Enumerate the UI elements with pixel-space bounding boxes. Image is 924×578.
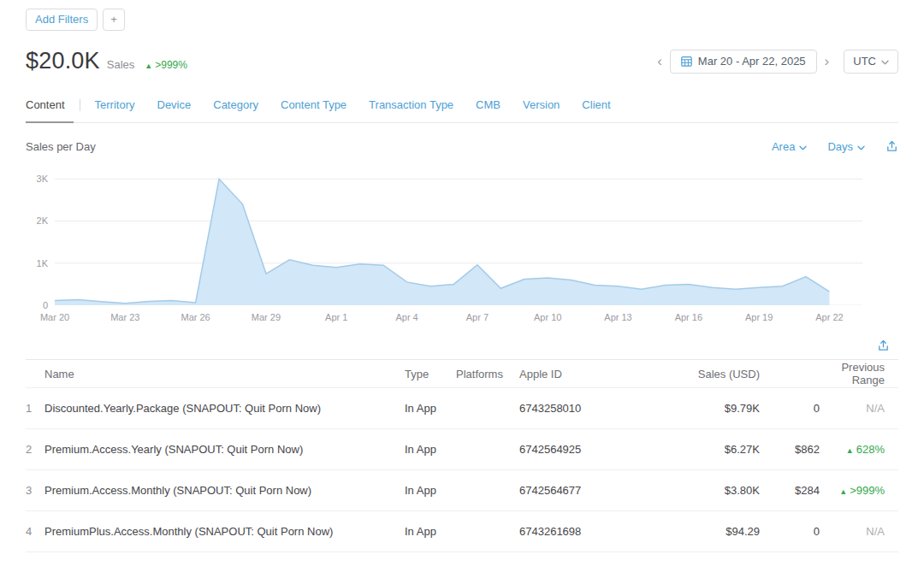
tab-category[interactable]: Category <box>213 98 258 111</box>
chart-interval-label: Days <box>827 140 853 153</box>
sales-change-value: >999% <box>155 59 187 71</box>
row-apple-id: 6742564925 <box>519 443 656 456</box>
header-type: Type <box>405 368 456 380</box>
header-name: Name <box>44 368 405 380</box>
x-axis-label: Apr 10 <box>534 312 561 322</box>
tabs-divider-line <box>26 122 898 123</box>
y-axis-label: 0 <box>43 300 48 310</box>
row-index: 2 <box>26 443 44 456</box>
chart-type-label: Area <box>772 140 795 153</box>
row-type: In App <box>405 484 456 497</box>
y-axis-label: 2K <box>37 215 48 226</box>
row-type: In App <box>405 402 456 415</box>
report-tabs: Content Territory Device Category Conten… <box>26 98 898 111</box>
row-name: Discounted.Yearly.Package (SNAPOUT: Quit… <box>44 402 405 415</box>
row-previous-range: ▲>999% <box>820 484 898 497</box>
previous-period-button[interactable]: ‹ <box>655 54 664 68</box>
row-sales: $9.79K <box>656 402 760 415</box>
summary-row: $20.0K Sales ▲ >999% ‹ Mar 20 - Apr 22, … <box>26 48 898 74</box>
add-filters-button[interactable]: Add Filters <box>26 9 98 31</box>
row-change-value: N/A <box>866 402 885 415</box>
row-change-value: 628% <box>856 443 885 456</box>
tab-client[interactable]: Client <box>582 98 610 111</box>
header-platforms: Platforms <box>456 368 519 380</box>
table-row[interactable]: 2 Premium.Access.Yearly (SNAPOUT: Quit P… <box>26 429 898 470</box>
header-sales: Sales (USD) <box>656 368 760 380</box>
active-tab-underline <box>26 121 74 123</box>
row-change-value: >999% <box>850 484 885 497</box>
tab-version[interactable]: Version <box>523 98 560 111</box>
total-sales-label: Sales <box>107 58 135 71</box>
x-axis-label: Apr 7 <box>466 312 489 322</box>
row-name: PremiumPlus.Access.Monthly (SNAPOUT: Qui… <box>44 525 405 538</box>
x-axis-label: Mar 29 <box>252 312 281 322</box>
sales-table: Name Type Platforms Apple ID Sales (USD)… <box>26 359 898 552</box>
x-axis-label: Mar 20 <box>40 312 69 322</box>
chart-header: Sales per Day Area Days <box>26 140 898 153</box>
sales-change-badge: ▲ >999% <box>145 59 187 71</box>
row-apple-id: 6743261698 <box>519 525 656 538</box>
chart-type-dropdown[interactable]: Area <box>772 140 807 153</box>
date-range-button[interactable]: Mar 20 - Apr 22, 2025 <box>670 50 817 74</box>
date-controls: ‹ Mar 20 - Apr 22, 2025 › UTC <box>655 50 898 74</box>
total-sales-value: $20.0K <box>26 48 100 74</box>
add-filter-plus-button[interactable]: + <box>103 9 125 31</box>
date-range-label: Mar 20 - Apr 22, 2025 <box>698 55 806 68</box>
filters-bar: Add Filters + <box>26 9 898 31</box>
chart-plot-area: Mar 20 Mar 23 Mar 26 Mar 29 Apr 1 Apr 4 … <box>55 168 862 331</box>
table-export-icon[interactable] <box>877 339 890 352</box>
x-axis-label: Apr 19 <box>745 312 773 322</box>
row-type: In App <box>405 525 456 538</box>
timezone-label: UTC <box>853 55 876 68</box>
row-previous: $284 <box>760 484 820 497</box>
tab-divider <box>80 99 80 111</box>
x-axis-label: Apr 1 <box>325 312 347 322</box>
sales-summary: $20.0K Sales ▲ >999% <box>26 48 187 74</box>
row-name: Premium.Access.Monthly (SNAPOUT: Quit Po… <box>44 484 405 497</box>
sales-dashboard: Add Filters + $20.0K Sales ▲ >999% ‹ <box>0 0 924 552</box>
row-sales: $3.80K <box>656 484 760 497</box>
chart-export-icon[interactable] <box>886 140 898 153</box>
row-change-value: N/A <box>866 525 885 538</box>
row-previous-range: ▲628% <box>820 443 898 456</box>
table-header-row: Name Type Platforms Apple ID Sales (USD)… <box>26 359 898 388</box>
y-axis-label: 1K <box>37 258 48 268</box>
tab-content-type[interactable]: Content Type <box>281 98 346 111</box>
x-axis-label: Apr 13 <box>604 312 631 322</box>
table-row[interactable]: 4 PremiumPlus.Access.Monthly (SNAPOUT: Q… <box>26 511 898 552</box>
tab-content[interactable]: Content <box>26 98 65 111</box>
x-axis-label: Apr 22 <box>815 312 843 322</box>
chart-x-axis: Mar 20 Mar 23 Mar 26 Mar 29 Apr 1 Apr 4 … <box>55 312 862 331</box>
row-index: 3 <box>26 484 44 497</box>
tab-cmb[interactable]: CMB <box>476 98 500 111</box>
tab-device[interactable]: Device <box>157 98 192 111</box>
row-apple-id: 6743258010 <box>519 402 656 415</box>
row-previous: $862 <box>760 443 820 456</box>
row-index: 4 <box>26 525 44 538</box>
chart-title: Sales per Day <box>26 140 96 153</box>
row-index: 1 <box>26 402 44 415</box>
chevron-down-icon <box>799 140 807 153</box>
chevron-down-icon <box>857 140 865 153</box>
header-apple-id: Apple ID <box>519 368 656 380</box>
sales-chart: 3K 2K 1K 0 Mar 20 Mar 23 Mar 26 Mar 29 A… <box>26 168 898 331</box>
next-period-button[interactable]: › <box>823 54 832 68</box>
row-sales: $94.29 <box>656 525 760 538</box>
table-row[interactable]: 1 Discounted.Yearly.Package (SNAPOUT: Qu… <box>26 388 898 429</box>
timezone-button[interactable]: UTC <box>844 50 898 74</box>
tab-transaction-type[interactable]: Transaction Type <box>369 98 453 111</box>
row-name: Premium.Access.Yearly (SNAPOUT: Quit Por… <box>44 443 405 456</box>
row-apple-id: 6742564677 <box>519 484 656 497</box>
up-arrow-icon: ▲ <box>846 446 854 455</box>
tab-territory[interactable]: Territory <box>95 98 135 111</box>
row-previous: 0 <box>760 402 820 415</box>
x-axis-label: Apr 4 <box>395 312 418 322</box>
table-toolbar <box>26 339 898 352</box>
up-arrow-icon: ▲ <box>839 487 847 496</box>
chevron-down-icon <box>881 55 889 68</box>
row-previous-range: N/A <box>820 525 898 538</box>
sales-area-chart <box>55 168 862 305</box>
row-sales: $6.27K <box>656 443 760 456</box>
table-row[interactable]: 3 Premium.Access.Monthly (SNAPOUT: Quit … <box>26 470 898 511</box>
chart-interval-dropdown[interactable]: Days <box>827 140 865 153</box>
